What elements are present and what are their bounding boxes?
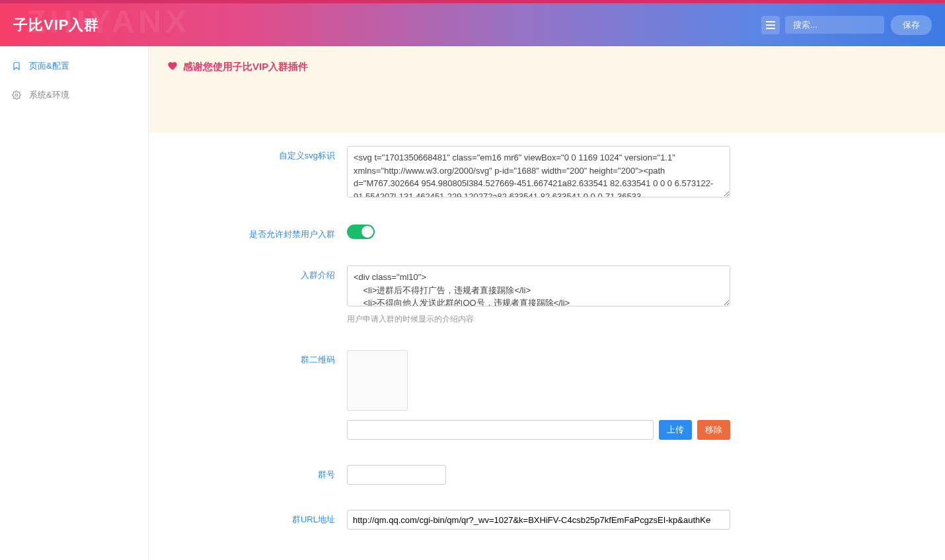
top-bar: ZHIYANX 子比VIP入群 保存 bbox=[0, 0, 945, 46]
main-content: 感谢您使用子比VIP入群插件 自定义svg标识 是否允许封禁用户入群 入群介绍 bbox=[149, 46, 945, 560]
menu-toggle-button[interactable] bbox=[761, 16, 780, 34]
intro-textarea[interactable] bbox=[347, 265, 730, 306]
group-number-input[interactable] bbox=[347, 465, 446, 485]
svg-textarea[interactable] bbox=[347, 146, 730, 197]
banner-text: 感谢您使用子比VIP入群插件 bbox=[183, 61, 308, 73]
group-url-input[interactable] bbox=[347, 510, 730, 530]
brand-title: 子比VIP入群 bbox=[13, 15, 99, 35]
svg-rect-0 bbox=[766, 21, 775, 22]
svg-rect-2 bbox=[766, 28, 775, 29]
thanks-banner: 感谢您使用子比VIP入群插件 bbox=[149, 46, 945, 133]
heart-icon bbox=[167, 61, 178, 71]
svg-rect-1 bbox=[766, 24, 775, 26]
label-intro: 入群介绍 bbox=[149, 265, 347, 281]
sidebar-item-page-config[interactable]: 页面&配置 bbox=[0, 52, 148, 81]
list-icon bbox=[766, 21, 775, 29]
sidebar-item-label: 系统&环境 bbox=[29, 89, 69, 101]
label-url: 群URL地址 bbox=[149, 510, 347, 526]
intro-hint: 用户申请入群的时候显示的介绍内容 bbox=[347, 314, 730, 325]
qr-preview bbox=[347, 350, 408, 411]
gear-icon bbox=[12, 90, 22, 100]
remove-button[interactable]: 移除 bbox=[697, 420, 730, 440]
label-allow-banned: 是否允许封禁用户入群 bbox=[149, 225, 347, 240]
allow-banned-toggle[interactable] bbox=[347, 225, 375, 239]
label-qr: 群二维码 bbox=[149, 350, 347, 366]
search-input[interactable] bbox=[785, 16, 884, 34]
save-button[interactable]: 保存 bbox=[891, 15, 932, 35]
bookmark-icon bbox=[12, 61, 22, 71]
label-groupno: 群号 bbox=[149, 465, 347, 481]
label-svg: 自定义svg标识 bbox=[149, 146, 347, 162]
sidebar-item-label: 页面&配置 bbox=[29, 60, 69, 72]
qr-path-input[interactable] bbox=[347, 420, 654, 440]
upload-button[interactable]: 上传 bbox=[659, 420, 692, 440]
sidebar: 页面&配置 系统&环境 bbox=[0, 46, 149, 560]
svg-point-3 bbox=[15, 94, 18, 96]
sidebar-item-system-env[interactable]: 系统&环境 bbox=[0, 81, 148, 110]
